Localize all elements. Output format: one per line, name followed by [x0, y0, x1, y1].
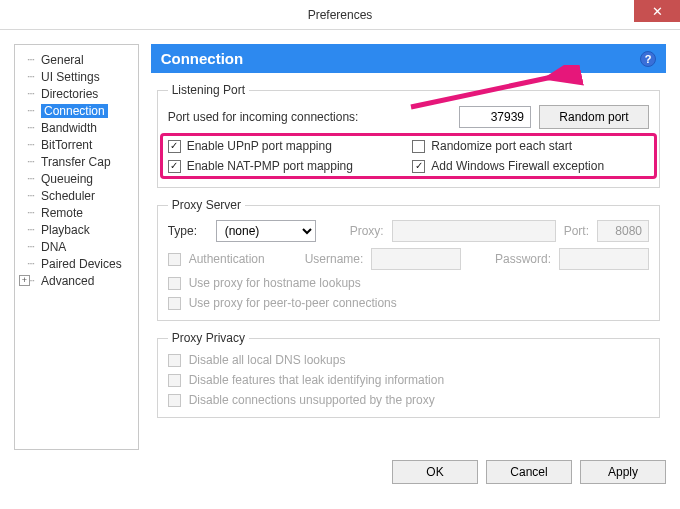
- tree-item-transfer-cap[interactable]: ····Transfer Cap: [17, 153, 136, 170]
- tree-connector-icon: ····: [27, 71, 41, 82]
- proxy-type-select[interactable]: (none): [216, 220, 316, 242]
- proxy-server-group: Proxy Server Type: (none) Proxy: Port: A…: [157, 198, 660, 321]
- close-icon: ✕: [652, 4, 663, 19]
- tree-item-label: Directories: [41, 87, 98, 101]
- p2p-label: Use proxy for peer-to-peer connections: [189, 296, 397, 310]
- window-title: Preferences: [308, 8, 373, 22]
- auth-checkbox: [168, 253, 181, 266]
- proxy-port-label: Port:: [564, 224, 589, 238]
- tree-item-label: General: [41, 53, 84, 67]
- randomize-checkbox[interactable]: [412, 140, 425, 153]
- tree-item-label: BitTorrent: [41, 138, 92, 152]
- tree-connector-icon: ····: [27, 190, 41, 201]
- proxy-type-label: Type:: [168, 224, 208, 238]
- hostname-label: Use proxy for hostname lookups: [189, 276, 361, 290]
- tree-item-label: Remote: [41, 206, 83, 220]
- expand-icon[interactable]: +: [19, 275, 30, 286]
- tree-connector-icon: ····: [27, 241, 41, 252]
- unsupported-checkbox: [168, 394, 181, 407]
- listening-legend: Listening Port: [168, 83, 249, 97]
- tree-item-label: Bandwidth: [41, 121, 97, 135]
- username-input: [371, 248, 461, 270]
- random-port-button[interactable]: Random port: [539, 105, 649, 129]
- tree-item-label: Connection: [41, 104, 108, 118]
- help-icon[interactable]: ?: [640, 51, 656, 67]
- upnp-checkbox[interactable]: ✓: [168, 140, 181, 153]
- proxy-port-input: [597, 220, 649, 242]
- natpmp-label: Enable NAT-PMP port mapping: [187, 159, 353, 173]
- tree-item-scheduler[interactable]: ····Scheduler: [17, 187, 136, 204]
- tree-item-general[interactable]: ····General: [17, 51, 136, 68]
- proxy-legend: Proxy Server: [168, 198, 245, 212]
- ok-button[interactable]: OK: [392, 460, 478, 484]
- tree-item-label: Paired Devices: [41, 257, 122, 271]
- tree-connector-icon: ····: [27, 122, 41, 133]
- proxy-host-input: [392, 220, 556, 242]
- proxy-host-label: Proxy:: [350, 224, 384, 238]
- port-input[interactable]: [459, 106, 531, 128]
- tree-connector-icon: ····: [27, 173, 41, 184]
- tree-item-queueing[interactable]: ····Queueing: [17, 170, 136, 187]
- tree-item-label: DNA: [41, 240, 66, 254]
- category-tree[interactable]: ····General····UI Settings····Directorie…: [14, 44, 139, 450]
- tree-connector-icon: ····: [27, 139, 41, 150]
- hostname-checkbox: [168, 277, 181, 290]
- unsupported-label: Disable connections unsupported by the p…: [189, 393, 435, 407]
- close-button[interactable]: ✕: [634, 0, 680, 22]
- leak-label: Disable features that leak identifying i…: [189, 373, 444, 387]
- tree-item-advanced[interactable]: +····Advanced: [17, 272, 136, 289]
- leak-checkbox: [168, 374, 181, 387]
- tree-item-directories[interactable]: ····Directories: [17, 85, 136, 102]
- upnp-label: Enable UPnP port mapping: [187, 139, 332, 153]
- tree-connector-icon: ····: [27, 54, 41, 65]
- tree-connector-icon: ····: [27, 207, 41, 218]
- tree-connector-icon: ····: [27, 88, 41, 99]
- section-header: Connection ?: [151, 44, 666, 73]
- randomize-label: Randomize port each start: [431, 139, 572, 153]
- tree-item-dna[interactable]: ····DNA: [17, 238, 136, 255]
- tree-connector-icon: ····: [27, 258, 41, 269]
- p2p-checkbox: [168, 297, 181, 310]
- tree-connector-icon: ····: [27, 224, 41, 235]
- password-label: Password:: [495, 252, 551, 266]
- listening-port-group: Listening Port Port used for incoming co…: [157, 83, 660, 188]
- dialog-footer: OK Cancel Apply: [0, 450, 680, 498]
- natpmp-checkbox[interactable]: ✓: [168, 160, 181, 173]
- username-label: Username:: [305, 252, 364, 266]
- tree-item-bandwidth[interactable]: ····Bandwidth: [17, 119, 136, 136]
- privacy-legend: Proxy Privacy: [168, 331, 249, 345]
- tree-item-label: Queueing: [41, 172, 93, 186]
- tree-item-label: Advanced: [41, 274, 94, 288]
- cancel-button[interactable]: Cancel: [486, 460, 572, 484]
- tree-item-ui-settings[interactable]: ····UI Settings: [17, 68, 136, 85]
- dns-checkbox: [168, 354, 181, 367]
- tree-item-remote[interactable]: ····Remote: [17, 204, 136, 221]
- firewall-checkbox[interactable]: ✓: [412, 160, 425, 173]
- auth-label: Authentication: [189, 252, 297, 266]
- dns-label: Disable all local DNS lookups: [189, 353, 346, 367]
- section-title: Connection: [161, 50, 244, 67]
- proxy-privacy-group: Proxy Privacy Disable all local DNS look…: [157, 331, 660, 418]
- tree-item-bittorrent[interactable]: ····BitTorrent: [17, 136, 136, 153]
- tree-connector-icon: ····: [27, 105, 41, 116]
- tree-item-playback[interactable]: ····Playback: [17, 221, 136, 238]
- apply-button[interactable]: Apply: [580, 460, 666, 484]
- tree-item-label: Transfer Cap: [41, 155, 111, 169]
- tree-item-label: UI Settings: [41, 70, 100, 84]
- firewall-label: Add Windows Firewall exception: [431, 159, 604, 173]
- password-input: [559, 248, 649, 270]
- port-label: Port used for incoming connections:: [168, 110, 359, 124]
- tree-item-label: Scheduler: [41, 189, 95, 203]
- tree-item-paired-devices[interactable]: ····Paired Devices: [17, 255, 136, 272]
- title-bar: Preferences ✕: [0, 0, 680, 30]
- tree-item-label: Playback: [41, 223, 90, 237]
- tree-connector-icon: ····: [27, 156, 41, 167]
- tree-item-connection[interactable]: ····Connection: [17, 102, 136, 119]
